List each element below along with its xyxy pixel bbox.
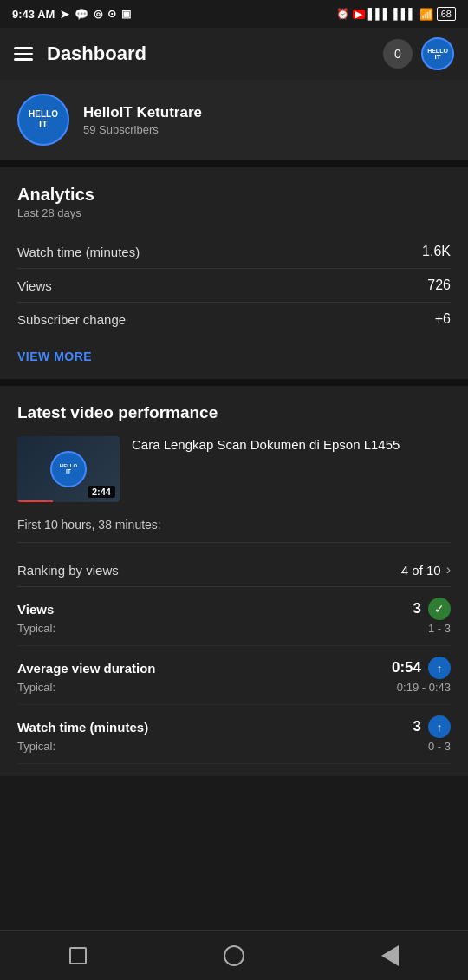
analytics-row-subscribers: Subscriber change +6 [17, 303, 451, 336]
perf-time-label: First 10 hours, 38 minutes: [17, 518, 451, 543]
thumb-logo: HELLO IT [50, 451, 87, 487]
location-icon: ➤ [60, 8, 69, 21]
status-indicators: ⏰ ▶ ▌▌▌ ▌▌▌ 📶 68 [336, 7, 456, 21]
stat-avg-duration-typical-range: 0:19 - 0:43 [397, 681, 451, 694]
notification-button[interactable]: 0 [383, 39, 413, 69]
stat-watchtime-value: 3 [413, 718, 421, 735]
alarm-icon: ⏰ [336, 8, 349, 20]
status-bar: 9:43 AM ➤ 💬 ◎ ⊙ ▣ ⏰ ▶ ▌▌▌ ▌▌▌ 📶 68 [0, 0, 468, 28]
stat-watchtime-typical-range: 0 - 3 [428, 740, 451, 753]
ranking-row[interactable]: Ranking by views 4 of 10 › [17, 553, 451, 587]
battery-icon: 68 [437, 7, 456, 21]
stat-watchtime-name: Watch time (minutes) [17, 720, 148, 735]
whatsapp-icon: 💬 [75, 8, 88, 21]
video-performance-section: Latest video performance HELLO IT 2:44 C… [0, 386, 468, 776]
stat-avg-duration-name: Average view duration [17, 661, 156, 676]
up-arrow-icon: ↑ [428, 657, 451, 679]
stat-views-value: 3 [413, 600, 421, 617]
stat-avg-duration-typical-label: Typical: [17, 681, 55, 694]
channel-text: HelloIT Ketutrare 59 Subscribers [83, 104, 202, 136]
channel-info: HELLO IT HelloIT Ketutrare 59 Subscriber… [0, 80, 468, 160]
stat-views-typical-range: 1 - 3 [428, 622, 451, 635]
signal-bars-2: ▌▌▌ [393, 8, 416, 20]
stat-views-typical-label: Typical: [17, 622, 55, 635]
analytics-watchtime-value: 1.6K [422, 244, 451, 259]
analytics-subtitle: Last 28 days [17, 206, 451, 219]
nav-back-button[interactable] [364, 938, 416, 973]
analytics-section: Analytics Last 28 days Watch time (minut… [0, 167, 468, 379]
stat-views-name: Views [17, 602, 54, 617]
screenshot-icon: ▣ [121, 8, 131, 20]
video-thumbnail: HELLO IT 2:44 [17, 436, 120, 502]
bottom-spacer [0, 776, 468, 837]
yt-icon: ▶ [353, 10, 365, 19]
user-avatar[interactable]: HELLO IT [421, 37, 454, 70]
up-arrow-icon-2: ↑ [428, 715, 451, 738]
video-card[interactable]: HELLO IT 2:44 Cara Lengkap Scan Dokumen … [17, 436, 451, 502]
bottom-nav [0, 930, 468, 980]
divider-2 [0, 379, 468, 386]
analytics-subscribers-value: +6 [435, 311, 451, 327]
analytics-watchtime-label: Watch time (minutes) [17, 245, 140, 259]
wifi-icon: 📶 [419, 8, 433, 21]
channel-name: HelloIT Ketutrare [83, 104, 202, 121]
stat-avg-duration-value: 0:54 [392, 659, 421, 676]
chevron-right-icon: › [446, 562, 451, 578]
stop-icon [69, 947, 87, 964]
nav-home-button[interactable] [208, 938, 260, 973]
analytics-row-views: Views 726 [17, 269, 451, 303]
channel-avatar: HELLO IT [17, 94, 69, 146]
analytics-views-value: 726 [427, 278, 451, 293]
view-more-button[interactable]: VIEW MORE [17, 350, 92, 363]
check-icon: ✓ [428, 598, 451, 620]
ranking-value-area: 4 of 10 › [401, 562, 451, 578]
hamburger-menu[interactable] [14, 47, 33, 61]
analytics-subscribers-label: Subscriber change [17, 312, 126, 327]
analytics-row-watchtime: Watch time (minutes) 1.6K [17, 235, 451, 269]
analytics-title: Analytics [17, 185, 451, 205]
nav-stop-button[interactable] [52, 938, 104, 973]
video-perf-title: Latest video performance [17, 403, 451, 422]
video-title: Cara Lengkap Scan Dokumen di Epson L1455 [132, 436, 451, 454]
channel-subscribers: 59 Subscribers [83, 123, 202, 136]
video-progress-bar [17, 500, 53, 502]
video-duration: 2:44 [88, 486, 115, 498]
video-info: Cara Lengkap Scan Dokumen di Epson L1455 [132, 436, 451, 454]
divider-1 [0, 160, 468, 167]
back-icon [381, 945, 399, 966]
app-bar-title: Dashboard [47, 42, 383, 65]
analytics-views-label: Views [17, 278, 52, 293]
status-time: 9:43 AM ➤ 💬 ◎ ⊙ ▣ [12, 8, 131, 21]
ranking-value: 4 of 10 [401, 563, 441, 578]
stat-row-avg-duration: Average view duration 0:54 ↑ Typical: 0:… [17, 646, 451, 705]
ranking-label: Ranking by views [17, 563, 119, 578]
stat-row-views: Views 3 ✓ Typical: 1 - 3 [17, 587, 451, 646]
stat-watchtime-typical-label: Typical: [17, 740, 55, 753]
discord-icon: ◎ [94, 8, 102, 20]
app-bar: Dashboard 0 HELLO IT [0, 28, 468, 80]
home-icon [224, 945, 244, 966]
signal-bars-1: ▌▌▌ [368, 8, 391, 20]
signal-icon: ⊙ [107, 8, 116, 20]
stat-row-watchtime: Watch time (minutes) 3 ↑ Typical: 0 - 3 [17, 705, 451, 764]
